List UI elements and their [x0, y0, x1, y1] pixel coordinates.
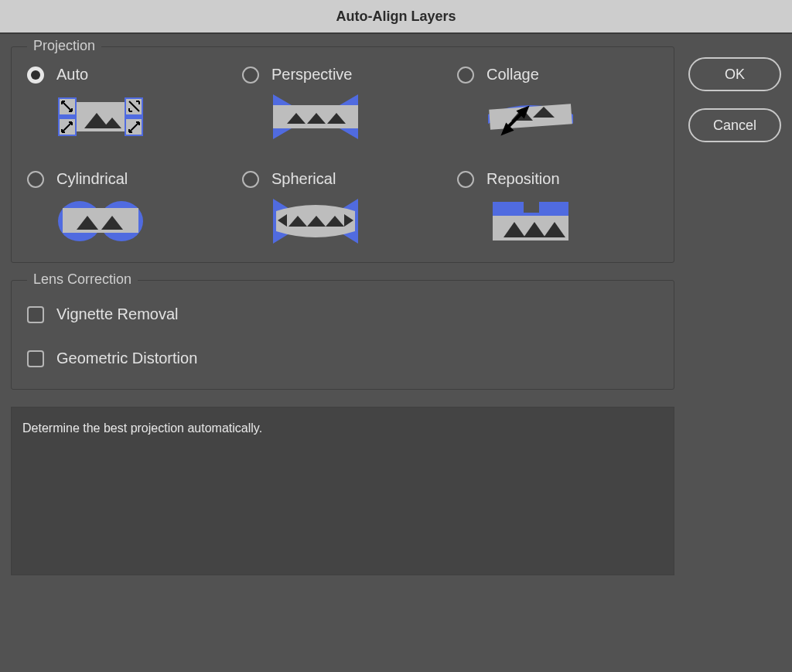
projection-option-collage[interactable]: Collage	[457, 66, 658, 142]
radio-collage-label: Collage	[486, 66, 539, 84]
projection-legend: Projection	[27, 38, 101, 54]
radio-collage[interactable]	[457, 67, 474, 84]
radio-perspective-label: Perspective	[271, 66, 353, 84]
geometric-distortion-checkbox[interactable]: Geometric Distortion	[27, 343, 658, 374]
projection-option-cylindrical[interactable]: Cylindrical	[27, 170, 228, 247]
projection-option-perspective[interactable]: Perspective	[242, 66, 443, 142]
checkbox-geometric[interactable]	[27, 350, 44, 367]
perspective-icon	[273, 94, 443, 142]
radio-spherical-label: Spherical	[271, 170, 336, 188]
reposition-icon	[488, 199, 658, 247]
svg-rect-22	[63, 208, 138, 233]
vignette-removal-checkbox[interactable]: Vignette Removal	[27, 299, 658, 329]
projection-group: Projection Auto	[11, 46, 674, 263]
description-box: Determine the best projection automatica…	[11, 407, 674, 575]
cylindrical-icon	[58, 199, 228, 247]
lens-correction-group: Lens Correction Vignette Removal Geometr…	[11, 280, 674, 390]
checkbox-vignette[interactable]	[27, 306, 44, 323]
radio-spherical[interactable]	[242, 171, 259, 188]
radio-cylindrical-label: Cylindrical	[56, 170, 128, 188]
projection-option-auto[interactable]: Auto	[27, 66, 228, 142]
svg-rect-33	[524, 202, 539, 213]
collage-icon	[488, 94, 658, 142]
radio-auto[interactable]	[27, 67, 44, 84]
projection-option-spherical[interactable]: Spherical	[242, 170, 443, 247]
cancel-button[interactable]: Cancel	[688, 108, 781, 142]
projection-option-reposition[interactable]: Reposition	[457, 170, 658, 247]
svg-rect-15	[489, 104, 572, 129]
radio-cylindrical[interactable]	[27, 171, 44, 188]
radio-perspective[interactable]	[242, 67, 259, 84]
geometric-label: Geometric Distortion	[56, 350, 197, 367]
radio-reposition-label: Reposition	[486, 170, 560, 188]
radio-reposition[interactable]	[457, 171, 474, 188]
ok-button[interactable]: OK	[688, 57, 781, 91]
dialog-title: Auto-Align Layers	[0, 0, 792, 34]
spherical-icon	[273, 199, 443, 247]
vignette-label: Vignette Removal	[56, 305, 179, 323]
lens-correction-legend: Lens Correction	[27, 271, 138, 288]
auto-icon	[58, 94, 228, 142]
radio-auto-label: Auto	[56, 66, 88, 84]
